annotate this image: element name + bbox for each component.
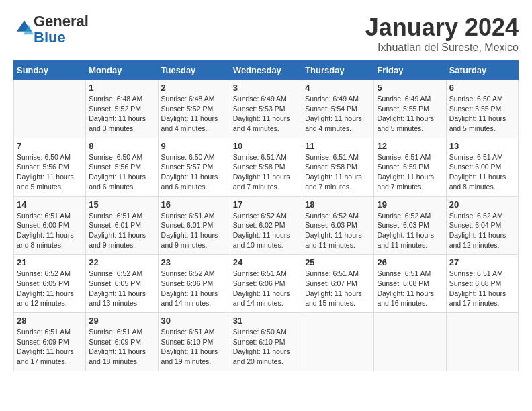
calendar-cell: 12Sunrise: 6:51 AMSunset: 5:59 PMDayligh… [374,138,446,196]
calendar-table: SundayMondayTuesdayWednesdayThursdayFrid… [13,60,519,371]
day-info: Sunrise: 6:51 AMSunset: 5:59 PMDaylight:… [377,152,443,192]
calendar-cell: 27Sunrise: 6:51 AMSunset: 6:08 PMDayligh… [446,255,518,313]
day-info: Sunrise: 6:52 AMSunset: 6:06 PMDaylight:… [161,269,227,308]
calendar-cell: 16Sunrise: 6:51 AMSunset: 6:01 PMDayligh… [158,196,230,255]
calendar-cell: 7Sunrise: 6:50 AMSunset: 5:56 PMDaylight… [14,138,86,196]
day-header-saturday: Saturday [446,61,518,80]
calendar-cell: 30Sunrise: 6:51 AMSunset: 6:10 PMDayligh… [158,313,230,371]
calendar-cell: 19Sunrise: 6:52 AMSunset: 6:03 PMDayligh… [374,196,446,255]
day-number: 3 [233,83,299,93]
day-number: 17 [233,199,299,210]
day-header-tuesday: Tuesday [158,61,230,80]
day-info: Sunrise: 6:51 AMSunset: 6:01 PMDaylight:… [161,211,227,250]
calendar-cell: 6Sunrise: 6:50 AMSunset: 5:55 PMDaylight… [446,80,518,138]
day-number: 15 [89,199,154,210]
logo-blue: Blue [34,29,66,46]
day-number: 7 [17,141,83,151]
title-block: January 2024 Ixhuatlan del Sureste, Mexi… [365,13,519,54]
day-info: Sunrise: 6:52 AMSunset: 6:05 PMDaylight:… [89,269,154,308]
week-row-5: 28Sunrise: 6:51 AMSunset: 6:09 PMDayligh… [14,313,519,371]
day-number: 16 [161,199,227,210]
day-info: Sunrise: 6:52 AMSunset: 6:03 PMDaylight:… [377,211,443,250]
calendar-cell: 24Sunrise: 6:51 AMSunset: 6:06 PMDayligh… [230,255,302,313]
logo: General Blue [13,13,89,46]
calendar-cell: 29Sunrise: 6:51 AMSunset: 6:09 PMDayligh… [86,313,158,371]
day-info: Sunrise: 6:51 AMSunset: 6:01 PMDaylight:… [89,211,154,250]
day-number: 1 [89,83,154,93]
calendar-cell: 26Sunrise: 6:51 AMSunset: 6:08 PMDayligh… [374,255,446,313]
day-info: Sunrise: 6:52 AMSunset: 6:02 PMDaylight:… [233,211,299,250]
day-number: 31 [233,316,299,326]
day-info: Sunrise: 6:51 AMSunset: 6:08 PMDaylight:… [377,269,443,308]
day-header-monday: Monday [86,61,158,80]
day-number: 20 [449,199,515,210]
day-number: 10 [233,141,299,151]
day-number: 22 [89,257,154,267]
day-info: Sunrise: 6:50 AMSunset: 5:56 PMDaylight:… [89,152,154,192]
week-row-1: 1Sunrise: 6:48 AMSunset: 5:52 PMDaylight… [14,80,519,138]
calendar-cell: 2Sunrise: 6:48 AMSunset: 5:52 PMDaylight… [158,80,230,138]
week-row-2: 7Sunrise: 6:50 AMSunset: 5:56 PMDaylight… [14,138,519,196]
day-info: Sunrise: 6:50 AMSunset: 6:10 PMDaylight:… [233,327,299,367]
day-number: 25 [305,257,371,267]
calendar-cell: 3Sunrise: 6:49 AMSunset: 5:53 PMDaylight… [230,80,302,138]
calendar-cell: 20Sunrise: 6:52 AMSunset: 6:04 PMDayligh… [446,196,518,255]
calendar-cell: 14Sunrise: 6:51 AMSunset: 6:00 PMDayligh… [14,196,86,255]
calendar-cell: 31Sunrise: 6:50 AMSunset: 6:10 PMDayligh… [230,313,302,371]
calendar-cell: 1Sunrise: 6:48 AMSunset: 5:52 PMDaylight… [86,80,158,138]
calendar-cell: 5Sunrise: 6:49 AMSunset: 5:55 PMDaylight… [374,80,446,138]
calendar-cell: 18Sunrise: 6:52 AMSunset: 6:03 PMDayligh… [302,196,374,255]
day-info: Sunrise: 6:51 AMSunset: 6:08 PMDaylight:… [449,269,515,308]
calendar-cell: 10Sunrise: 6:51 AMSunset: 5:58 PMDayligh… [230,138,302,196]
day-number: 21 [17,257,83,267]
logo-icon [15,19,34,38]
day-info: Sunrise: 6:50 AMSunset: 5:57 PMDaylight:… [161,152,227,192]
day-info: Sunrise: 6:51 AMSunset: 6:09 PMDaylight:… [17,327,83,367]
calendar-header-row: SundayMondayTuesdayWednesdayThursdayFrid… [14,61,519,80]
day-number: 24 [233,257,299,267]
day-number: 27 [449,257,515,267]
day-number: 28 [17,316,83,326]
day-number: 2 [161,83,227,93]
location: Ixhuatlan del Sureste, Mexico [365,42,519,54]
day-number: 8 [89,141,154,151]
day-info: Sunrise: 6:50 AMSunset: 5:56 PMDaylight:… [17,152,83,192]
day-header-friday: Friday [374,61,446,80]
day-header-thursday: Thursday [302,61,374,80]
day-number: 26 [377,257,443,267]
day-number: 29 [89,316,154,326]
day-number: 19 [377,199,443,210]
calendar-cell: 25Sunrise: 6:51 AMSunset: 6:07 PMDayligh… [302,255,374,313]
day-number: 11 [305,141,371,151]
day-info: Sunrise: 6:51 AMSunset: 5:58 PMDaylight:… [233,152,299,192]
day-info: Sunrise: 6:51 AMSunset: 6:06 PMDaylight:… [233,269,299,308]
day-info: Sunrise: 6:49 AMSunset: 5:53 PMDaylight:… [233,94,299,134]
day-info: Sunrise: 6:51 AMSunset: 6:07 PMDaylight:… [305,269,371,308]
day-number: 5 [377,83,443,93]
day-info: Sunrise: 6:52 AMSunset: 6:04 PMDaylight:… [449,211,515,250]
calendar-cell [374,313,446,371]
logo-general: General [34,13,89,30]
day-number: 30 [161,316,227,326]
month-title: January 2024 [365,13,519,42]
calendar-cell: 22Sunrise: 6:52 AMSunset: 6:05 PMDayligh… [86,255,158,313]
day-info: Sunrise: 6:51 AMSunset: 6:00 PMDaylight:… [17,211,83,250]
calendar-cell [14,80,86,138]
week-row-4: 21Sunrise: 6:52 AMSunset: 6:05 PMDayligh… [14,255,519,313]
day-number: 4 [305,83,371,93]
day-info: Sunrise: 6:49 AMSunset: 5:55 PMDaylight:… [377,94,443,134]
calendar-cell: 8Sunrise: 6:50 AMSunset: 5:56 PMDaylight… [86,138,158,196]
day-header-wednesday: Wednesday [230,61,302,80]
logo-text: General Blue [34,13,89,46]
calendar-cell: 9Sunrise: 6:50 AMSunset: 5:57 PMDaylight… [158,138,230,196]
day-number: 14 [17,199,83,210]
day-info: Sunrise: 6:51 AMSunset: 6:09 PMDaylight:… [89,327,154,367]
calendar-cell: 13Sunrise: 6:51 AMSunset: 6:00 PMDayligh… [446,138,518,196]
calendar-cell: 15Sunrise: 6:51 AMSunset: 6:01 PMDayligh… [86,196,158,255]
day-info: Sunrise: 6:48 AMSunset: 5:52 PMDaylight:… [89,94,154,134]
day-number: 13 [449,141,515,151]
calendar-cell [446,313,518,371]
week-row-3: 14Sunrise: 6:51 AMSunset: 6:00 PMDayligh… [14,196,519,255]
calendar-cell: 11Sunrise: 6:51 AMSunset: 5:58 PMDayligh… [302,138,374,196]
day-number: 12 [377,141,443,151]
